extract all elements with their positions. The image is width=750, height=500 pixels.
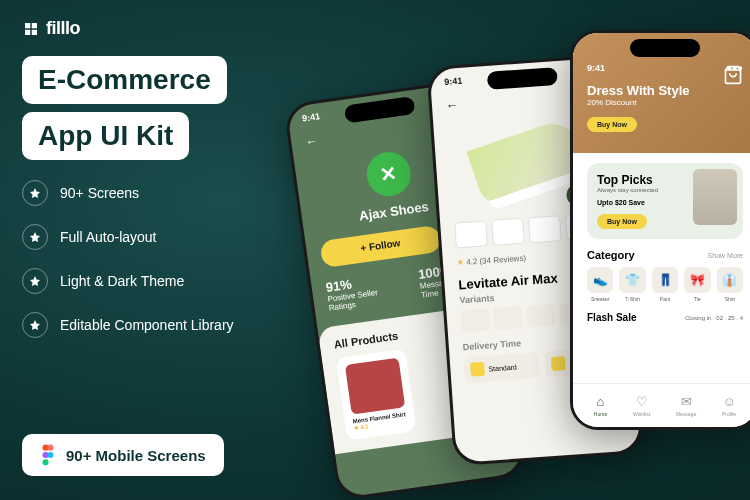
feature-label: 90+ Screens xyxy=(60,185,139,201)
product-rating: 4.2 (34 Reviews) xyxy=(466,254,527,267)
variant-option[interactable] xyxy=(460,308,489,332)
variant-option[interactable] xyxy=(493,306,522,330)
category-icon: 👔 xyxy=(717,267,743,293)
follow-button[interactable]: + Follow xyxy=(319,225,441,268)
features-list: 90+ Screens Full Auto-layout Light & Dar… xyxy=(22,180,234,338)
nav-label: Wishlist xyxy=(633,411,650,417)
feature-bullet-icon xyxy=(22,224,48,250)
hero-subtitle: 20% Discount xyxy=(587,98,743,107)
delivery-standard: Standard xyxy=(488,363,517,372)
category-title: Category xyxy=(587,249,635,261)
flash-timer: Closing in : 02 . 25 . 4 xyxy=(685,315,743,321)
delivery-icon xyxy=(470,362,485,377)
delivery-icon xyxy=(551,356,566,371)
thumbnail[interactable] xyxy=(528,215,562,243)
shop-logo: ✕ xyxy=(364,149,414,199)
bottom-nav: ⌂Home ♡Wishlist ✉Message ☺Profile xyxy=(573,383,750,427)
category-item[interactable]: 👟Sneaker xyxy=(587,267,613,302)
headline-line-2: App UI Kit xyxy=(22,112,189,160)
home-icon: ⌂ xyxy=(597,394,605,409)
top-picks-image xyxy=(693,169,737,225)
status-time: 9:41 xyxy=(301,111,320,123)
feature-item: 90+ Screens xyxy=(22,180,234,206)
svg-point-3 xyxy=(47,452,53,458)
bottom-pill-label: 90+ Mobile Screens xyxy=(66,447,206,464)
phone-mockups: 9:41●●● ← ✕ Ajax Shoes + Follow M 91%Pos… xyxy=(310,30,750,500)
brand-name: filllo xyxy=(46,18,80,39)
category-icon: 👖 xyxy=(652,267,678,293)
category-label: Tie xyxy=(684,296,710,302)
feature-item: Editable Component Library xyxy=(22,312,234,338)
nav-label: Profile xyxy=(722,411,736,417)
category-label: Sneaker xyxy=(587,296,613,302)
feature-bullet-icon xyxy=(22,180,48,206)
feature-label: Editable Component Library xyxy=(60,317,234,333)
nav-wishlist[interactable]: ♡Wishlist xyxy=(633,394,650,417)
delivery-option[interactable]: Standard xyxy=(464,352,541,383)
top-picks-card[interactable]: Top Picks Always stay connected Upto $20… xyxy=(587,163,743,239)
back-icon[interactable]: ← xyxy=(446,98,459,113)
headline-line-1: E-Commerce xyxy=(22,56,227,104)
status-time: 9:41 xyxy=(587,63,605,73)
category-item[interactable]: 👖Pant xyxy=(652,267,678,302)
show-more-link[interactable]: Show More xyxy=(708,252,743,259)
logo-icon xyxy=(22,20,40,38)
product-card[interactable]: Mens Flannel Shirt ★ 4.1 xyxy=(336,349,417,441)
nav-label: Message xyxy=(676,411,696,417)
svg-point-4 xyxy=(43,459,49,465)
brand-logo: filllo xyxy=(22,18,80,39)
thumbnail[interactable] xyxy=(491,218,525,246)
buy-now-button[interactable]: Buy Now xyxy=(597,214,647,229)
category-label: Pant xyxy=(652,296,678,302)
phone-mockup-3: 9:41●●● Dress With Style 20% Discount Bu… xyxy=(570,30,750,430)
phone-notch xyxy=(630,39,700,57)
category-icon: 👕 xyxy=(619,267,645,293)
category-item[interactable]: 👔Shirt xyxy=(717,267,743,302)
message-icon: ✉ xyxy=(681,394,692,409)
category-label: Shirt xyxy=(717,296,743,302)
nav-profile[interactable]: ☺Profile xyxy=(722,394,736,417)
product-image xyxy=(345,358,405,415)
headline: E-Commerce App UI Kit xyxy=(22,56,227,168)
cart-icon[interactable] xyxy=(723,65,743,85)
status-time: 9:41 xyxy=(444,76,463,87)
profile-icon: ☺ xyxy=(722,394,735,409)
category-item[interactable]: 🎀Tie xyxy=(684,267,710,302)
heart-icon: ♡ xyxy=(636,394,648,409)
thumbnail[interactable] xyxy=(454,220,488,248)
category-row: 👟Sneaker 👕T-Shirt 👖Pant 🎀Tie 👔Shirt xyxy=(587,267,743,302)
feature-bullet-icon xyxy=(22,268,48,294)
nav-label: Home xyxy=(594,411,607,417)
flash-sale-title: Flash Sale xyxy=(587,312,636,323)
figma-icon xyxy=(40,444,56,466)
feature-label: Light & Dark Theme xyxy=(60,273,184,289)
nav-home[interactable]: ⌂Home xyxy=(594,394,607,417)
feature-bullet-icon xyxy=(22,312,48,338)
category-icon: 👟 xyxy=(587,267,613,293)
category-label: T-Shirt xyxy=(619,296,645,302)
svg-point-1 xyxy=(47,445,53,451)
variant-option[interactable] xyxy=(526,304,555,328)
buy-now-button[interactable]: Buy Now xyxy=(587,117,637,132)
bottom-pill: 90+ Mobile Screens xyxy=(22,434,224,476)
feature-label: Full Auto-layout xyxy=(60,229,157,245)
feature-item: Full Auto-layout xyxy=(22,224,234,250)
category-item[interactable]: 👕T-Shirt xyxy=(619,267,645,302)
category-icon: 🎀 xyxy=(684,267,710,293)
hero-title: Dress With Style xyxy=(587,83,743,98)
feature-item: Light & Dark Theme xyxy=(22,268,234,294)
nav-message[interactable]: ✉Message xyxy=(676,394,696,417)
